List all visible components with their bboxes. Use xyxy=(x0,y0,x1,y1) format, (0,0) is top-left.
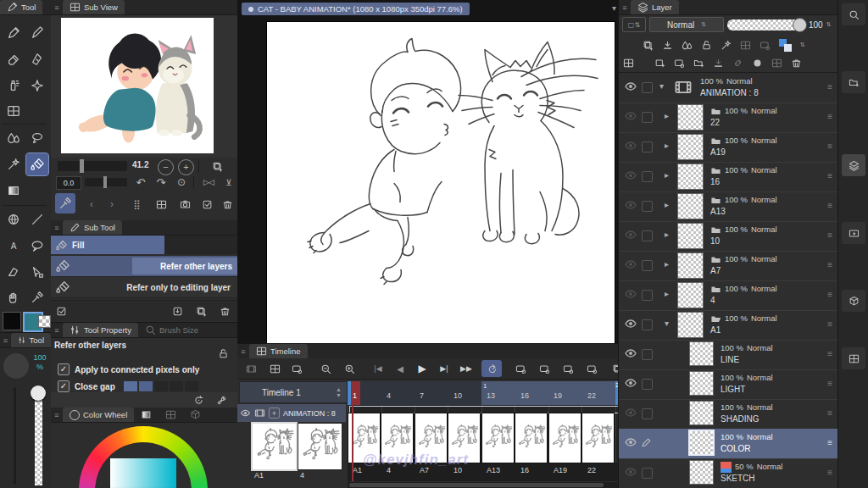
blend-tool-button[interactable] xyxy=(3,127,25,149)
transparent-color-swatch[interactable] xyxy=(38,315,51,328)
track-thumbnail-4[interactable] xyxy=(298,424,342,469)
layer-thumbnail[interactable] xyxy=(678,283,703,308)
cel-thumb[interactable] xyxy=(482,413,514,463)
eye-icon[interactable] xyxy=(624,259,637,269)
tab-layer[interactable]: Layer xyxy=(631,0,679,14)
layer-row-4[interactable]: ▸ 100 %Normal 4 ≡ xyxy=(619,280,837,311)
delete-layer-icon[interactable] xyxy=(791,58,802,69)
reset-settings-icon[interactable] xyxy=(193,395,204,406)
switch-image-icon[interactable] xyxy=(209,158,225,174)
rotation-value[interactable]: 0.0 xyxy=(56,176,81,190)
panel-tab-sub-tool-detail[interactable] xyxy=(842,347,865,369)
new-folder-icon[interactable] xyxy=(693,58,704,69)
combine-preview-icon[interactable] xyxy=(643,40,654,51)
tab-tool-property[interactable]: Tool Property xyxy=(63,323,138,337)
close-gap-level-2[interactable] xyxy=(139,381,153,391)
cel-thumb[interactable] xyxy=(515,413,547,463)
option-apply-connected[interactable]: ✓ Apply to connected pixels only xyxy=(58,363,199,375)
layer-row-22[interactable]: ▸ 100 %Normal 22 ≡ xyxy=(619,103,837,133)
panel-tab-quick-access[interactable] xyxy=(842,3,865,25)
polyline-tool-button[interactable] xyxy=(3,261,25,283)
layer-thumbnail[interactable] xyxy=(678,135,703,159)
layer-opacity-slider[interactable] xyxy=(727,19,805,30)
fill-bucket-tool-button[interactable] xyxy=(26,153,48,175)
transfer-down-icon[interactable] xyxy=(713,58,724,69)
opacity-slider[interactable] xyxy=(35,392,42,485)
expand-chevron-icon[interactable]: ▸ xyxy=(665,259,669,269)
eyedropper-tool-button[interactable] xyxy=(26,286,48,308)
save-subtool-icon[interactable] xyxy=(172,306,183,317)
eye-icon[interactable] xyxy=(624,378,637,388)
expand-chevron-icon[interactable]: ▸ xyxy=(665,200,669,209)
ink-pen-tool-button[interactable] xyxy=(26,48,48,70)
eraser-tool-button[interactable] xyxy=(3,48,25,70)
eye-icon[interactable] xyxy=(624,319,637,329)
collapse-chevron-icon[interactable]: ▾ xyxy=(659,81,664,91)
layer-thumbnail[interactable] xyxy=(690,342,713,365)
canvas-menu-chevron-icon[interactable]: ▾ xyxy=(612,3,616,13)
layer-menu-icon[interactable]: ≡ xyxy=(827,438,832,447)
object-tool-button[interactable] xyxy=(26,261,48,283)
layer-menu-icon[interactable]: ≡ xyxy=(827,260,832,269)
onion-skin-icon[interactable] xyxy=(558,360,578,377)
tab-color-history[interactable] xyxy=(183,408,208,422)
layer-checkbox[interactable] xyxy=(642,349,653,360)
eye-icon[interactable] xyxy=(624,81,637,92)
close-gap-level-4[interactable] xyxy=(170,381,183,391)
play-button[interactable]: ▶ xyxy=(412,360,432,377)
exclude-selection-icon[interactable] xyxy=(760,40,771,51)
previous-frame-button[interactable]: ◀ xyxy=(390,360,410,377)
layer-checkbox[interactable] xyxy=(642,319,653,330)
layer-menu-icon[interactable]: ≡ xyxy=(827,319,832,329)
layer-checkbox[interactable] xyxy=(642,468,653,479)
expand-chevron-icon[interactable]: ▸ xyxy=(665,111,669,120)
layer-thumbnail[interactable] xyxy=(690,461,713,484)
tab-subtool[interactable]: Sub Tool xyxy=(63,220,122,235)
next-image-button[interactable]: › xyxy=(103,197,120,212)
zoom-slider[interactable] xyxy=(58,161,127,171)
blend-mode-select[interactable]: Normal⇅ xyxy=(649,17,724,32)
frame-border-tool-button[interactable] xyxy=(3,100,25,122)
tab-color-wheel[interactable]: Color Wheel xyxy=(63,408,134,422)
tab-subview[interactable]: Sub View xyxy=(63,0,125,14)
cel-thumb[interactable] xyxy=(582,413,614,463)
advanced-settings-wrench-icon[interactable] xyxy=(216,395,227,406)
pen-tool-button[interactable] xyxy=(3,22,25,44)
set-as-reference-icon[interactable] xyxy=(721,40,732,51)
pencil-tool-button[interactable] xyxy=(26,22,48,44)
subtool-item-refer-only-editing-layer[interactable]: Refer only to editing layer xyxy=(51,277,237,298)
close-gap-level-1[interactable] xyxy=(124,381,137,391)
layer-row-a13[interactable]: ▸ 100 %Normal A13 ≡ xyxy=(619,191,837,222)
selector-chevrons-icon[interactable]: ▲▼ xyxy=(336,386,342,398)
layer-checkbox[interactable] xyxy=(642,201,653,212)
eye-icon[interactable] xyxy=(240,408,251,419)
layer-menu-icon[interactable]: ≡ xyxy=(827,112,832,121)
layer-row-a7[interactable]: ▸ 100 %Normal A7 ≡ xyxy=(619,251,837,281)
draft-layer-icon[interactable] xyxy=(740,40,751,51)
balloon-tool-button[interactable] xyxy=(26,235,48,257)
tab-color-slider[interactable] xyxy=(134,408,159,422)
tab-timeline[interactable]: Timeline xyxy=(249,344,308,358)
specify-cel-icon[interactable] xyxy=(534,360,554,377)
main-color-swatch[interactable] xyxy=(3,312,21,330)
cel-thumb[interactable] xyxy=(549,413,581,463)
saturation-value-square[interactable] xyxy=(110,458,176,488)
eye-icon[interactable] xyxy=(624,170,637,180)
layer-row-color-selected[interactable]: 100 %Normal COLOR ≡ xyxy=(619,429,837,459)
layer-menu-icon[interactable]: ≡ xyxy=(827,290,832,299)
option-close-gap[interactable]: ✓ Close gap xyxy=(58,380,198,392)
palette-color-selector[interactable]: ▢⇅ xyxy=(622,17,646,32)
go-to-end-button[interactable]: ▶▶ xyxy=(456,360,476,377)
layer-checkbox[interactable] xyxy=(642,141,653,152)
panel-tab-animation[interactable] xyxy=(842,222,865,244)
clip-to-layer-below-icon[interactable] xyxy=(662,40,673,51)
cel-track[interactable]: A1 4 A7 10 A13 16 A19 22 xyxy=(348,405,623,481)
layer-thumbnail[interactable] xyxy=(678,253,703,278)
hand-tool-button[interactable] xyxy=(3,286,25,308)
selection-lasso-tool-button[interactable] xyxy=(26,127,48,149)
panel-menu-icon[interactable]: ≡ xyxy=(0,336,11,345)
duplicate-subtool-icon[interactable] xyxy=(196,306,207,317)
panel-tab-layer[interactable] xyxy=(842,154,865,176)
edit-check-icon[interactable] xyxy=(198,197,215,212)
new-timeline-icon[interactable] xyxy=(264,360,285,377)
